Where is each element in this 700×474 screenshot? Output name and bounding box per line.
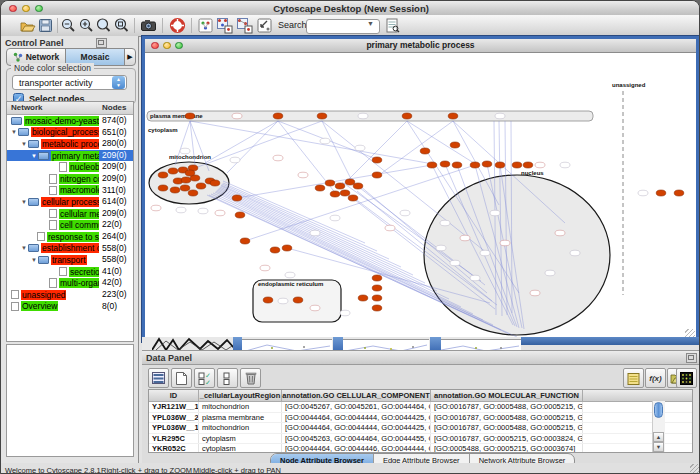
network-node[interactable] bbox=[330, 191, 340, 197]
network-node[interactable] bbox=[282, 245, 292, 251]
tree-expander-icon[interactable]: ▼ bbox=[31, 153, 37, 159]
zoom-fit-icon[interactable] bbox=[113, 17, 130, 34]
network-node[interactable] bbox=[452, 162, 462, 168]
tree-row-secretion[interactable]: secretion41(0) bbox=[7, 266, 133, 278]
network-node[interactable] bbox=[358, 295, 368, 301]
tree-row-primary-metabol[interactable]: ▼primary metabol209(0) bbox=[7, 150, 133, 162]
scroll-down-icon[interactable]: ▼ bbox=[653, 442, 664, 452]
open-icon[interactable] bbox=[19, 17, 36, 34]
network-node[interactable] bbox=[348, 195, 358, 201]
tree-row-cellular-metabol[interactable]: cellular metabol209(0) bbox=[7, 208, 133, 220]
network-node[interactable] bbox=[196, 183, 206, 189]
network-node[interactable] bbox=[315, 185, 325, 191]
select-all-attributes-icon[interactable]: ✓✓ bbox=[194, 368, 215, 388]
tree-expander-icon[interactable]: ▼ bbox=[21, 141, 27, 147]
network-node[interactable] bbox=[656, 190, 666, 196]
network-node[interactable] bbox=[232, 195, 242, 201]
tree-expander-icon[interactable]: ▼ bbox=[31, 257, 37, 263]
search-dropdown-icon[interactable]: ▼ bbox=[367, 20, 374, 27]
network-node[interactable] bbox=[470, 162, 480, 168]
network-node[interactable] bbox=[263, 297, 273, 303]
table-scrollbar[interactable]: ▲ ▼ bbox=[652, 401, 665, 453]
search-options-icon[interactable] bbox=[384, 17, 401, 34]
select-columns-icon[interactable] bbox=[148, 368, 169, 388]
zoom-in-icon[interactable] bbox=[78, 17, 95, 34]
network-node[interactable] bbox=[170, 187, 180, 193]
window-resize-grip-icon[interactable] bbox=[690, 464, 700, 474]
tree-row-cellular-process[interactable]: ▼cellular process614(0) bbox=[7, 196, 133, 208]
annotation-network-icon-2[interactable] bbox=[236, 17, 253, 34]
network-node[interactable] bbox=[185, 170, 195, 176]
node-color-dropdown[interactable]: transporter activity bbox=[12, 75, 127, 90]
network-node[interactable] bbox=[293, 297, 303, 303]
network-node[interactable] bbox=[512, 162, 522, 168]
float-data-panel-icon[interactable] bbox=[686, 353, 697, 363]
network-node[interactable] bbox=[210, 180, 220, 186]
network-node[interactable] bbox=[317, 113, 327, 119]
tree-row-metabolic-process[interactable]: ▼metabolic process280(0) bbox=[7, 138, 133, 150]
tree-row-biological-process[interactable]: ▼biological_process651(0) bbox=[7, 127, 133, 139]
tree-row-establishment-of-lo[interactable]: ▼establishment of lo558(0) bbox=[7, 243, 133, 255]
scroll-up-icon[interactable]: ▲ bbox=[653, 432, 664, 442]
attribute-matrix-icon[interactable] bbox=[676, 368, 697, 388]
save-icon[interactable] bbox=[37, 17, 54, 34]
tab-overflow-arrow-icon[interactable]: ▶ bbox=[125, 49, 135, 65]
delete-attribute-icon[interactable] bbox=[240, 368, 261, 388]
network-node[interactable] bbox=[340, 190, 350, 196]
network-node[interactable] bbox=[180, 185, 190, 191]
tree-row-transport[interactable]: ▼transport558(0) bbox=[7, 254, 133, 266]
tree-row-macromolecule[interactable]: macromolecule311(0) bbox=[7, 185, 133, 197]
birdseye-view-panel[interactable] bbox=[6, 344, 134, 457]
zoom-out-icon[interactable] bbox=[60, 17, 77, 34]
network-node[interactable] bbox=[235, 212, 245, 218]
network-node[interactable] bbox=[427, 162, 437, 168]
tree-expander-icon[interactable]: ▼ bbox=[21, 199, 27, 205]
tree-row-overview[interactable]: Overview8(0) bbox=[7, 301, 133, 313]
tree-row-cell-communicati[interactable]: cell communicati22(0) bbox=[7, 219, 133, 231]
network-node[interactable] bbox=[674, 190, 684, 196]
network-node[interactable] bbox=[353, 183, 363, 189]
data-panel-titlebar[interactable]: Data Panel bbox=[142, 351, 700, 365]
table-row[interactable]: YPL036W__2plasma membrane[GO:0044464, GO… bbox=[149, 413, 692, 424]
network-node[interactable] bbox=[372, 275, 382, 281]
network-node[interactable] bbox=[270, 247, 280, 253]
label-pad-icon[interactable] bbox=[623, 368, 644, 388]
network-node[interactable] bbox=[372, 305, 382, 311]
table-row[interactable]: YKR052Ccytoplasm[GO:0044464, GO:0044446,… bbox=[149, 444, 692, 453]
network-node[interactable] bbox=[181, 177, 191, 183]
table-row[interactable]: YLR295Ccytoplasm[GO:0045263, GO:0044464,… bbox=[149, 434, 692, 445]
table-row[interactable]: YJR121W__1mitochondrion[GO:0045267, GO:0… bbox=[149, 402, 692, 413]
unselect-all-attributes-icon[interactable] bbox=[217, 368, 238, 388]
snapshot-icon[interactable] bbox=[140, 17, 157, 34]
table-row[interactable]: YPL036W__1mitochondrion[GO:0044464, GO:0… bbox=[149, 423, 692, 434]
network-view-titlebar[interactable]: primary metabolic process bbox=[145, 39, 696, 53]
network-node[interactable] bbox=[325, 180, 335, 186]
network-graph[interactable]: plasma membranecytoplasmmitochondrionnuc… bbox=[145, 53, 696, 340]
network-node[interactable] bbox=[188, 190, 198, 196]
zoom-one-icon[interactable] bbox=[95, 17, 112, 34]
vizmapper-icon[interactable] bbox=[197, 17, 214, 34]
network-node[interactable] bbox=[440, 161, 450, 167]
network-node[interactable] bbox=[482, 161, 492, 167]
scrollbar-thumb[interactable] bbox=[654, 402, 663, 418]
tree-row-nitrogen-compou[interactable]: nitrogen compou209(0) bbox=[7, 173, 133, 185]
network-node[interactable] bbox=[158, 185, 168, 191]
tree-row-unassigned[interactable]: unassigned223(0) bbox=[7, 289, 133, 301]
network-node[interactable] bbox=[158, 172, 168, 178]
import-network-icon[interactable] bbox=[256, 17, 273, 34]
network-node[interactable] bbox=[372, 172, 382, 178]
network-node[interactable] bbox=[372, 285, 382, 291]
tree-row-response-to-stimulu[interactable]: response to stimulu264(0) bbox=[7, 231, 133, 243]
annotation-network-icon-1[interactable] bbox=[216, 17, 233, 34]
tree-expander-icon[interactable]: ▼ bbox=[21, 245, 27, 251]
dropdown-stepper-icon[interactable]: ▲▼ bbox=[112, 76, 125, 89]
network-canvas[interactable]: plasma membranecytoplasmmitochondrionnuc… bbox=[145, 53, 696, 340]
network-node[interactable] bbox=[495, 162, 505, 168]
network-node[interactable] bbox=[335, 183, 345, 189]
formula-icon[interactable]: f(x) bbox=[645, 368, 666, 388]
network-node[interactable] bbox=[372, 295, 382, 301]
help-ring-icon[interactable] bbox=[169, 17, 186, 34]
tree-row-multi-organism-pro[interactable]: multi-organism pro42(0) bbox=[7, 277, 133, 289]
network-node[interactable] bbox=[523, 162, 533, 168]
network-node[interactable] bbox=[168, 168, 178, 174]
